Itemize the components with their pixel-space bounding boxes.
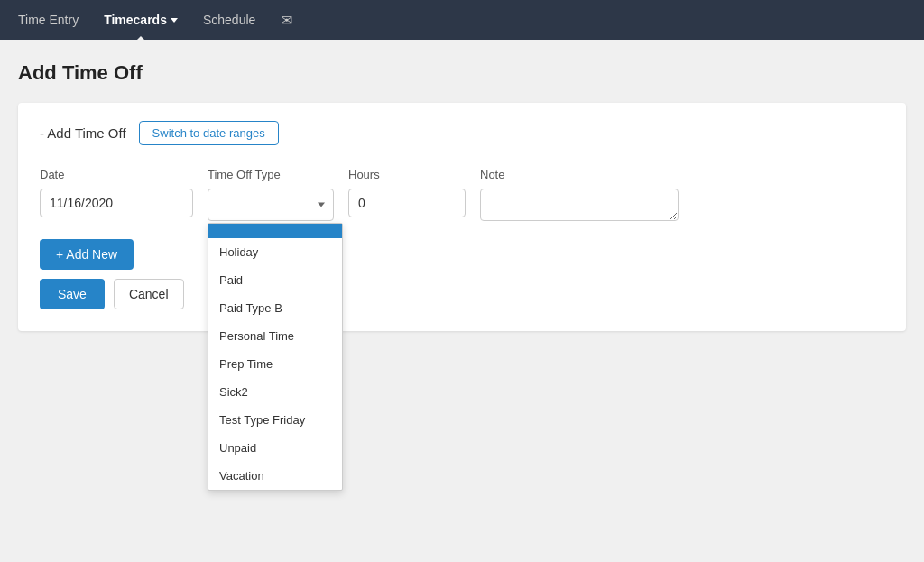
dropdown-option-test-type-friday[interactable]: Test Type Friday [208,406,342,434]
cancel-button[interactable]: Cancel [114,279,184,309]
top-navigation: Time Entry Timecards Schedule ✉ [0,0,924,40]
note-textarea[interactable] [480,189,679,221]
dropdown-option-sick2[interactable]: Sick2 [208,378,342,406]
date-column-label: Date [40,168,64,181]
note-column-label: Note [480,168,504,181]
form-inputs-row: Holiday Paid Paid Type B Personal Time P… [40,189,884,221]
section-label: - Add Time Off [40,125,126,141]
envelope-icon[interactable]: ✉ [281,12,292,29]
dropdown-option-vacation[interactable]: Vacation [208,462,342,490]
note-field-group [480,189,679,221]
add-time-off-card: - Add Time Off Switch to date ranges Dat… [18,103,906,331]
dropdown-option-unpaid[interactable]: Unpaid [208,434,342,462]
hours-field-group [348,189,466,217]
nav-item-schedule[interactable]: Schedule [203,9,255,31]
main-content: Add Time Off - Add Time Off Switch to da… [0,40,924,562]
time-off-type-field-group: Holiday Paid Paid Type B Personal Time P… [208,189,334,221]
nav-item-time-entry[interactable]: Time Entry [18,9,79,31]
save-button[interactable]: Save [40,279,105,309]
add-new-button[interactable]: + Add New [40,239,134,270]
timecards-dropdown-arrow-icon [171,18,178,23]
hours-column-label: Hours [348,168,380,181]
dropdown-option-paid-type-b[interactable]: Paid Type B [208,294,342,322]
date-input[interactable] [40,189,193,217]
switch-to-date-ranges-button[interactable]: Switch to date ranges [139,121,279,145]
dropdown-option-personal-time[interactable]: Personal Time [208,322,342,350]
action-buttons-row: Save Cancel [40,279,884,309]
dropdown-option-blank[interactable] [208,224,342,238]
nav-item-timecards[interactable]: Timecards [104,9,178,31]
time-off-type-select[interactable] [208,189,334,221]
time-off-type-column-label: Time Off Type [208,168,281,181]
date-field-group [40,189,193,217]
dropdown-option-paid[interactable]: Paid [208,266,342,294]
section-header: - Add Time Off Switch to date ranges [40,121,884,145]
dropdown-option-prep-time[interactable]: Prep Time [208,350,342,378]
time-off-type-select-wrapper: Holiday Paid Paid Type B Personal Time P… [208,189,334,221]
hours-input[interactable] [348,189,466,217]
time-off-type-dropdown-menu: Holiday Paid Paid Type B Personal Time P… [208,223,343,491]
select-dropdown-arrow-icon [318,203,325,207]
form-column-labels: Date Time Off Type Hours Note [40,167,884,181]
dropdown-option-holiday[interactable]: Holiday [208,238,342,266]
page-title: Add Time Off [18,61,906,85]
